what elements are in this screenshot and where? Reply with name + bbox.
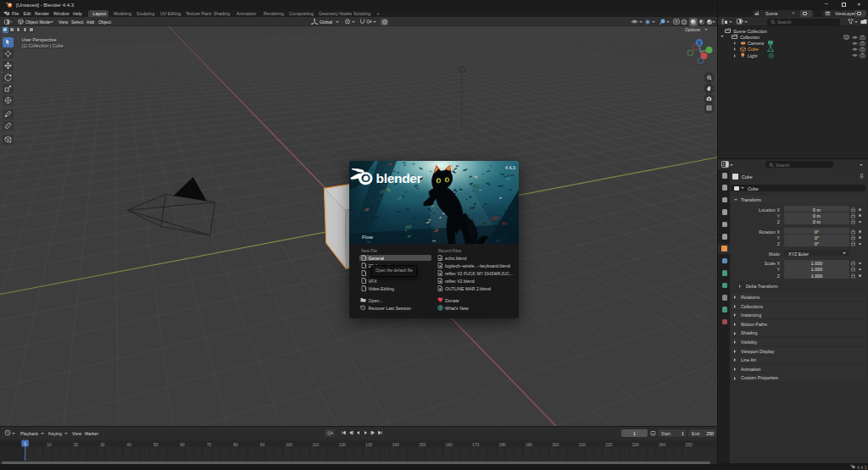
svg-text:100: 100: [286, 443, 292, 447]
svg-text:170: 170: [472, 443, 479, 447]
svg-text:Flow: Flow: [362, 234, 374, 240]
svg-text:90: 90: [260, 443, 265, 447]
svg-text:240: 240: [659, 443, 665, 447]
svg-text:blender: blender: [376, 171, 422, 185]
svg-text:110: 110: [313, 443, 320, 447]
svg-text:20: 20: [74, 443, 79, 447]
svg-text:200: 200: [552, 443, 559, 447]
svg-text:4.4.3: 4.4.3: [505, 165, 515, 170]
svg-text:120: 120: [339, 443, 346, 447]
svg-text:130: 130: [365, 443, 372, 447]
svg-text:220: 220: [605, 443, 612, 447]
svg-text:10: 10: [47, 443, 52, 447]
svg-text:210: 210: [579, 443, 586, 447]
svg-text:1: 1: [24, 441, 26, 446]
svg-text:150: 150: [419, 443, 426, 447]
svg-text:60: 60: [180, 443, 185, 447]
svg-text:230: 230: [632, 443, 639, 447]
svg-text:190: 190: [526, 443, 532, 447]
svg-text:160: 160: [446, 443, 453, 447]
svg-text:140: 140: [392, 443, 399, 447]
svg-text:180: 180: [498, 443, 505, 447]
svg-text:70: 70: [207, 443, 212, 447]
svg-text:250: 250: [686, 443, 693, 447]
svg-text:80: 80: [233, 443, 238, 447]
svg-text:30: 30: [100, 443, 105, 447]
svg-text:50: 50: [153, 443, 159, 447]
svg-text:40: 40: [127, 443, 132, 447]
